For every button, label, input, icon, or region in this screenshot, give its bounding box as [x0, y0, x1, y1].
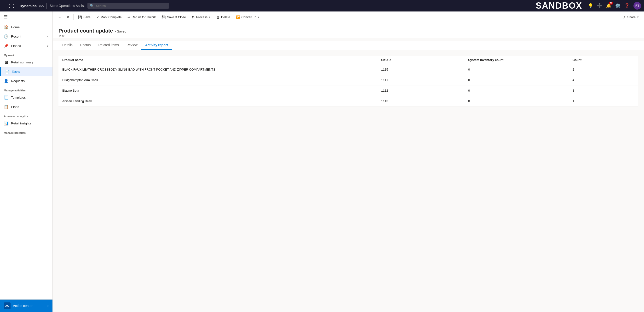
sidebar-plans-label: Plans: [11, 105, 19, 109]
home-icon: 🏠: [4, 25, 8, 29]
save-close-button[interactable]: 💾 Save & Close: [159, 14, 188, 20]
return-for-rework-button[interactable]: ↩ Return for rework: [125, 14, 158, 20]
row4-product-name: Artisan Landing Desk: [58, 96, 377, 107]
mark-complete-button[interactable]: ✓ Mark Complete: [94, 14, 124, 20]
sidebar-tasks-label: Tasks: [12, 70, 20, 73]
tab-activity-report[interactable]: Activity report: [141, 41, 172, 50]
save-close-label: Save & Close: [167, 15, 186, 19]
save-icon: 💾: [78, 15, 82, 19]
table-header-row: Product name SKU Id System inventory cou…: [58, 56, 638, 64]
user-avatar[interactable]: RT: [634, 2, 641, 9]
page-subtitle: Task: [58, 34, 638, 38]
process-button[interactable]: ⚙ Process ∨: [189, 14, 213, 20]
brand-name: Dynamics 365: [20, 4, 44, 8]
convert-chevron-icon: ∨: [258, 16, 260, 18]
share-chevron-icon: ∨: [637, 16, 639, 18]
sidebar-item-templates[interactable]: 📃 Templates: [0, 93, 52, 102]
delete-button[interactable]: 🗑 Delete: [214, 14, 233, 20]
table-row: Blayne Sofa 1112 0 3: [58, 85, 638, 96]
search-input[interactable]: [96, 4, 166, 8]
sidebar-home-label: Home: [11, 25, 20, 29]
sidebar-pinned-label: Pinned: [11, 44, 21, 48]
process-icon: ⚙: [192, 15, 195, 19]
share-label: Share: [627, 15, 636, 19]
row2-system-count: 0: [464, 75, 569, 85]
row1-system-count: 0: [464, 64, 569, 75]
convert-icon: 🔀: [236, 15, 240, 19]
row2-count: 4: [569, 75, 638, 85]
lightbulb-icon[interactable]: 💡: [588, 3, 593, 8]
save-button[interactable]: 💾 Save: [76, 14, 93, 20]
row3-count: 3: [569, 85, 638, 96]
page-saved-status: - Saved: [115, 29, 126, 33]
settings-icon[interactable]: ⚙️: [615, 3, 620, 8]
popout-button[interactable]: ⧉: [64, 14, 72, 20]
requests-icon: 👤: [4, 79, 8, 83]
sidebar-item-retail-summary[interactable]: ⊞ Retail summary: [0, 58, 52, 67]
row3-sku-id: 1112: [377, 85, 464, 96]
activity-report-table: Product name SKU Id System inventory cou…: [58, 56, 638, 107]
sidebar-item-requests[interactable]: 👤 Requests: [0, 76, 52, 86]
help-icon[interactable]: ❓: [624, 3, 630, 8]
sidebar-item-retail-insights[interactable]: 📊 Retail insights: [0, 119, 52, 128]
sidebar-item-recent[interactable]: 🕐 Recent ∨: [0, 32, 52, 41]
action-center-label: Action center: [13, 304, 32, 308]
action-center-badge: AC: [4, 303, 10, 309]
tab-photos[interactable]: Photos: [76, 41, 95, 50]
app-grid-icon[interactable]: ⋮⋮⋮: [3, 3, 16, 8]
sidebar-item-pinned[interactable]: 📌 Pinned ∨: [0, 41, 52, 50]
sidebar-requests-label: Requests: [11, 79, 25, 83]
clock-icon: 🕐: [4, 34, 8, 39]
sidebar-item-home[interactable]: 🏠 Home: [0, 22, 52, 32]
col-header-system-count: System inventory count: [464, 56, 569, 64]
share-icon: ↗: [623, 15, 626, 19]
my-work-section: My work: [0, 50, 52, 58]
sandbox-label: SANDBOX: [536, 1, 582, 11]
back-button[interactable]: ←: [56, 14, 64, 20]
hamburger-icon[interactable]: ☰: [0, 11, 52, 22]
tab-review[interactable]: Review: [123, 41, 141, 50]
search-box[interactable]: 🔍: [88, 3, 169, 9]
process-label: Process: [196, 15, 208, 19]
share-button[interactable]: ↗ Share ∨: [620, 14, 641, 20]
advanced-analytics-section: Advanced analytics: [0, 112, 52, 119]
tab-details[interactable]: Details: [58, 41, 76, 50]
row1-product-name: BLACK FAUX LEATHER CROSSBODY SLING BAG W…: [58, 64, 377, 75]
sidebar-item-action-center[interactable]: AC Action center ◇: [0, 300, 52, 312]
cmd-separator-1: [73, 14, 74, 20]
table-row: Bridgehampton Arm Chair 1111 0 4: [58, 75, 638, 85]
action-center-diamond-icon: ◇: [46, 304, 49, 308]
sidebar-item-tasks[interactable]: 📄 Tasks: [0, 67, 52, 76]
table-area: Product name SKU Id System inventory cou…: [53, 50, 644, 312]
manage-products-section: Manage products: [0, 128, 52, 135]
mark-complete-label: Mark Complete: [100, 15, 122, 19]
templates-icon: 📃: [4, 95, 8, 100]
plus-icon[interactable]: ➕: [597, 3, 602, 8]
recent-chevron-icon: ∨: [47, 35, 49, 38]
plans-icon: 📋: [4, 105, 8, 109]
row4-system-count: 0: [464, 96, 569, 107]
nav-icons-group: 💡 ➕ 🔔 99 ⚙️ ❓ RT: [588, 2, 641, 9]
pinned-chevron-icon: ∨: [47, 44, 49, 47]
col-header-sku-id: SKU Id: [377, 56, 464, 64]
top-navigation: ⋮⋮⋮ Dynamics 365 Store Operations Assist…: [0, 0, 644, 11]
process-chevron-icon: ∨: [209, 16, 210, 18]
sidebar-templates-label: Templates: [11, 96, 26, 99]
main-content: ← ⧉ 💾 Save ✓ Mark Complete ↩ Return for …: [53, 11, 644, 312]
notification-icon[interactable]: 🔔 99: [606, 3, 612, 8]
sidebar-recent-label: Recent: [11, 35, 21, 38]
page-title: Product count update: [58, 28, 113, 34]
sidebar: ☰ 🏠 Home 🕐 Recent ∨ 📌 Pinned ∨ My work ⊞…: [0, 11, 53, 312]
tabs-bar: Details Photos Related items Review Acti…: [53, 41, 644, 50]
row4-count: 1: [569, 96, 638, 107]
convert-to-label: Convert To: [242, 15, 256, 19]
save-label: Save: [84, 15, 90, 19]
convert-to-button[interactable]: 🔀 Convert To ∨: [234, 14, 262, 20]
rework-icon: ↩: [128, 15, 130, 19]
tab-related-items[interactable]: Related items: [94, 41, 123, 50]
sidebar-item-plans[interactable]: 📋 Plans: [0, 102, 52, 112]
return-rework-label: Return for rework: [132, 15, 156, 19]
nav-divider: [46, 3, 47, 9]
row2-sku-id: 1111: [377, 75, 464, 85]
table-row: BLACK FAUX LEATHER CROSSBODY SLING BAG W…: [58, 64, 638, 75]
